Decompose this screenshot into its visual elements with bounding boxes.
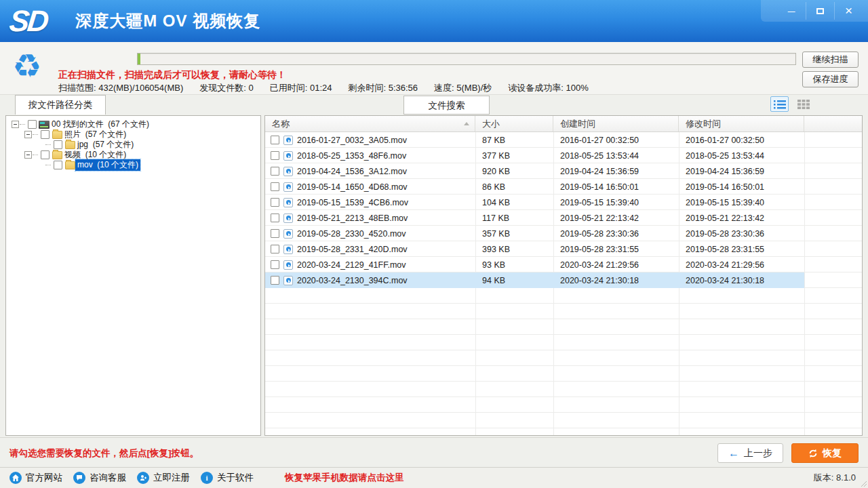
device-icon	[39, 121, 50, 129]
scan-status-panel: ♻ 正在扫描文件，扫描完成后才可以恢复，请耐心等待！ 扫描范围: 432(MB)…	[0, 42, 868, 95]
mov-file-icon	[283, 276, 293, 285]
file-checkbox[interactable]	[271, 182, 279, 191]
file-checkbox[interactable]	[271, 151, 279, 160]
sort-ascending-icon	[464, 122, 469, 125]
minimize-icon: ─	[788, 5, 795, 17]
file-created-time: 2019-05-28 23:30:36	[553, 229, 679, 239]
tree-checkbox[interactable]	[41, 130, 50, 139]
tree-connector	[33, 134, 38, 135]
tree-checkbox[interactable]	[41, 150, 50, 159]
file-name-cell: 2018-05-25_1353_48F6.mov	[265, 151, 475, 161]
tree-collapse-icon[interactable]	[24, 131, 32, 138]
file-checkbox[interactable]	[271, 276, 279, 285]
folder-icon	[52, 131, 62, 139]
mov-file-icon	[283, 198, 293, 207]
tree-collapse-icon[interactable]	[24, 151, 32, 159]
file-checkbox[interactable]	[271, 245, 279, 253]
file-size: 117 KB	[475, 214, 553, 223]
file-modified-time: 2016-01-27 00:32:50	[679, 136, 804, 145]
column-header-name[interactable]: 名称	[265, 116, 475, 131]
tree-connector	[45, 144, 51, 145]
file-row[interactable]: 2019-05-14_1650_4D68.mov 86 KB 2019-05-1…	[265, 179, 862, 195]
file-list-panel: 名称 大小 创建时间 修改时间 2016-01-27_0032_3A05.mov…	[264, 115, 863, 436]
file-size: 920 KB	[475, 167, 553, 176]
file-row[interactable]: 2020-03-24_2129_41FF.mov 93 KB 2020-03-2…	[265, 257, 862, 272]
file-checkbox[interactable]	[271, 229, 279, 238]
resize-grip[interactable]	[860, 480, 867, 487]
iphone-recovery-link[interactable]: 恢复苹果手机数据请点击这里	[285, 472, 404, 484]
scan-progress-bar	[137, 53, 796, 65]
file-row[interactable]: 2019-05-21_2213_48EB.mov 117 KB 2019-05-…	[265, 210, 862, 226]
save-progress-button[interactable]: 保存进度	[802, 71, 859, 87]
mov-file-icon	[283, 136, 293, 145]
file-row[interactable]: 2018-05-25_1353_48F6.mov 377 KB 2018-05-…	[265, 148, 862, 163]
register-now-link[interactable]: 立即注册	[137, 472, 190, 484]
file-modified-time: 2019-05-21 22:13:42	[679, 214, 804, 223]
about-software-link[interactable]: i 关于软件	[201, 472, 254, 484]
tab-file-search[interactable]: 文件搜索	[403, 96, 490, 115]
file-size: 86 KB	[475, 182, 553, 192]
folder-icon	[65, 141, 75, 149]
tree-checkbox[interactable]	[54, 161, 62, 169]
file-size: 393 KB	[475, 245, 553, 254]
tab-by-file-path[interactable]: 按文件路径分类	[15, 95, 106, 115]
tree-connector	[33, 155, 38, 155]
folder-icon	[52, 151, 62, 159]
file-name: 2018-05-25_1353_48F6.mov	[297, 151, 406, 161]
recover-hint-text: 请勾选您需要恢复的文件，然后点[恢复]按钮。	[9, 447, 199, 460]
column-header-modified[interactable]: 修改时间	[679, 116, 804, 131]
tree-node[interactable]: mov (10 个文件)	[6, 160, 260, 170]
file-name-cell: 2020-03-24_2129_41FF.mov	[265, 260, 475, 270]
official-website-link[interactable]: 官方网站	[9, 472, 62, 484]
list-view-icon	[774, 100, 786, 109]
file-modified-time: 2019-04-24 15:36:59	[679, 167, 804, 176]
file-name: 2019-05-21_2213_48EB.mov	[297, 214, 408, 223]
file-size: 104 KB	[475, 198, 553, 207]
file-size: 87 KB	[475, 136, 553, 145]
column-header-created[interactable]: 创建时间	[553, 116, 679, 131]
file-checkbox[interactable]	[271, 136, 279, 144]
home-icon	[9, 472, 22, 484]
file-row[interactable]: 2019-05-28_2331_420D.mov 393 KB 2019-05-…	[265, 241, 862, 257]
scan-stats-line: 扫描范围: 432(MB)/106054(MB)发现文件数: 0已用时间: 01…	[58, 82, 589, 94]
file-checkbox[interactable]	[271, 214, 279, 222]
continue-scan-button[interactable]: 继续扫描	[802, 52, 859, 68]
folder-icon	[65, 161, 75, 169]
version-label: 版本: 8.1.0	[814, 472, 856, 484]
minimize-button[interactable]: ─	[777, 2, 806, 20]
close-button[interactable]: ×	[834, 2, 863, 20]
tree-node[interactable]: 照片 (57 个文件)	[6, 129, 260, 140]
tree-checkbox[interactable]	[28, 120, 37, 129]
file-row[interactable]: 2019-04-24_1536_3A12.mov 920 KB 2019-04-…	[265, 163, 862, 179]
tree-collapse-icon[interactable]	[12, 121, 19, 128]
list-view-button[interactable]	[770, 96, 789, 112]
file-created-time: 2016-01-27 00:32:50	[553, 136, 679, 145]
file-name-cell: 2019-04-24_1536_3A12.mov	[265, 167, 475, 176]
thumbnail-view-button[interactable]	[794, 96, 812, 112]
file-modified-time: 2019-05-28 23:31:55	[679, 245, 804, 254]
customer-service-link[interactable]: 咨询客服	[73, 472, 126, 484]
recover-button[interactable]: 恢复	[791, 443, 859, 463]
previous-step-button[interactable]: ← 上一步	[717, 443, 783, 463]
file-created-time: 2020-03-24 21:30:18	[553, 276, 679, 285]
column-header-size[interactable]: 大小	[475, 116, 553, 131]
mov-file-icon	[283, 214, 293, 223]
file-row[interactable]: 2019-05-28_2330_4520.mov 357 KB 2019-05-…	[265, 226, 862, 241]
mov-file-icon	[283, 260, 293, 270]
file-row[interactable]: 2019-05-15_1539_4CB6.mov 104 KB 2019-05-…	[265, 195, 862, 210]
tree-node[interactable]: 视频 (10 个文件)	[6, 150, 260, 160]
file-checkbox[interactable]	[271, 260, 279, 269]
restore-button[interactable]	[806, 2, 834, 20]
scan-stat: 速度: 5(MB)/秒	[434, 82, 492, 94]
file-row[interactable]: 2020-03-24_2130_394C.mov 94 KB 2020-03-2…	[265, 272, 862, 288]
grid-view-icon	[797, 100, 810, 109]
file-size: 94 KB	[475, 276, 553, 285]
mov-file-icon	[283, 245, 293, 254]
file-checkbox[interactable]	[271, 198, 279, 207]
tree-node[interactable]: jpg (57 个文件)	[6, 140, 260, 150]
tree-node[interactable]: 00 找到的文件 (67 个文件)	[6, 119, 260, 129]
file-created-time: 2019-04-24 15:36:59	[553, 167, 679, 176]
file-row[interactable]: 2016-01-27_0032_3A05.mov 87 KB 2016-01-2…	[265, 132, 862, 148]
tree-checkbox[interactable]	[54, 140, 62, 149]
file-checkbox[interactable]	[271, 167, 279, 176]
